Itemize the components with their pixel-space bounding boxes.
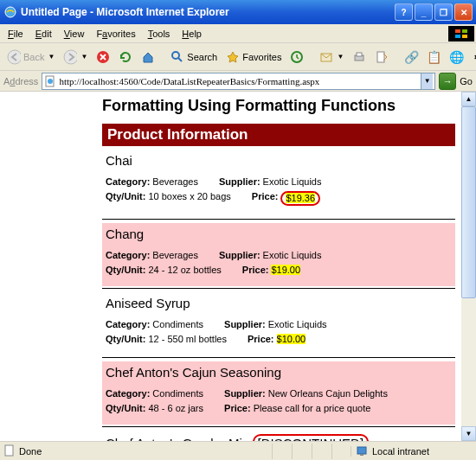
svg-point-6 [64,50,77,64]
product-name: Chef Anton's Gumbo Mix [DISCONTINUED] [106,434,452,441]
minimize-button[interactable]: _ [415,3,433,21]
address-bar: Address ▼ → Go [0,71,476,92]
price-value: $19.36 [280,191,320,206]
tool-2[interactable]: 📋 [423,48,444,66]
window-title: Untitled Page - Microsoft Internet Explo… [21,6,229,18]
stop-icon [96,50,110,64]
window-titlebar: Untitled Page - Microsoft Internet Explo… [0,0,476,24]
product-name: Chai [106,153,452,168]
svg-rect-13 [357,53,362,56]
svg-point-0 [5,7,16,17]
scroll-down-button[interactable]: ▼ [461,426,476,441]
content-viewport: Formatting Using Formatting FunctionsPro… [0,92,476,441]
history-button[interactable] [286,48,307,66]
category-value: Beverages [152,176,198,187]
menu-bar: File Edit View Favorites Tools Help [0,24,476,43]
menu-view[interactable]: View [58,27,91,41]
ie-icon [3,5,17,19]
discontinued-badge: [DISCONTINUED] [253,434,370,441]
supplier-value: Exotic Liquids [263,250,322,260]
qty-value: 10 boxes x 20 bags [148,191,230,206]
close-button[interactable]: ✕ [454,3,473,21]
go-label: Go [460,76,473,86]
restore-button[interactable]: ❐ [434,3,453,21]
help-button[interactable]: ? [395,3,413,21]
qty-value: 12 - 550 ml bottles [148,334,227,344]
status-text: Done [19,446,42,457]
intranet-icon [357,446,369,457]
category-value: Condiments [152,319,203,329]
forward-button[interactable]: ▼ [60,48,91,66]
status-bar: Done Local intranet [0,441,476,460]
menu-edit[interactable]: Edit [29,27,58,41]
print-icon [352,50,366,64]
product-item: ChangCategory:BeveragesSupplier:Exotic L… [102,223,455,286]
refresh-button[interactable] [115,48,136,66]
category-value: Beverages [152,250,198,260]
product-item: Chef Anton's Gumbo Mix [DISCONTINUED]Cat… [102,431,455,441]
svg-line-9 [178,58,182,61]
price-value: $10.00 [277,334,306,344]
svg-point-5 [8,50,21,64]
back-icon [7,50,21,64]
search-button[interactable]: Search [167,48,221,66]
tool-4[interactable]: ⚙ [468,48,476,66]
menu-tools[interactable]: Tools [142,27,177,41]
page-title: Formatting Using Formatting Functions [102,97,455,115]
print-button[interactable] [349,48,370,66]
stop-button[interactable] [93,48,113,66]
edit-icon [375,50,389,64]
scroll-thumb[interactable] [461,106,476,298]
product-name: Chef Anton's Cajun Seasoning [106,365,452,380]
search-icon [170,50,184,64]
menu-file[interactable]: File [2,27,29,41]
chevron-down-icon: ▼ [48,53,55,61]
url-input[interactable] [59,76,421,86]
svg-rect-14 [377,52,384,62]
ms-logo [448,26,474,42]
svg-rect-19 [360,454,363,456]
vertical-scrollbar[interactable]: ▲ ▼ [461,92,476,441]
svg-rect-2 [462,29,467,33]
favorites-button[interactable]: Favorites [222,48,285,66]
chevron-down-icon: ▼ [80,53,87,61]
svg-rect-3 [455,35,460,38]
scroll-up-button[interactable]: ▲ [461,92,476,106]
price-value: Please call for a price quote [254,403,371,413]
edit-button[interactable] [371,48,392,66]
section-header: Product Information [102,124,455,146]
security-zone: Local intranet [351,446,473,457]
toolbar: Back ▼ ▼ Search Favorites ▼ 🔗 📋 🌐 ⚙ [0,43,476,71]
mail-icon [319,50,333,64]
product-name: Aniseed Syrup [106,296,452,310]
qty-value: 48 - 6 oz jars [148,403,203,413]
address-label: Address [3,76,38,86]
mail-button[interactable]: ▼ [316,48,347,66]
svg-rect-17 [5,445,13,456]
menu-help[interactable]: Help [176,27,208,41]
url-dropdown[interactable]: ▼ [421,73,433,89]
url-box[interactable]: ▼ [42,73,435,90]
page-icon [3,444,16,458]
star-icon [226,50,240,64]
svg-rect-4 [462,35,467,38]
back-button[interactable]: Back ▼ [3,48,58,66]
supplier-value: Exotic Liquids [268,319,327,329]
go-button[interactable]: → [439,73,456,90]
svg-point-8 [172,52,179,59]
home-button[interactable] [138,48,158,66]
menu-favorites[interactable]: Favorites [90,27,141,41]
qty-value: 24 - 12 oz bottles [148,265,221,275]
tool-3[interactable]: 🌐 [446,48,466,66]
history-icon [290,50,304,64]
home-icon [141,50,155,64]
price-value: $19.00 [271,265,300,275]
svg-rect-18 [357,447,366,454]
svg-point-16 [48,79,53,84]
product-name: Chang [106,227,452,241]
category-value: Condiments [152,388,203,399]
page-icon [44,75,56,87]
product-item: ChaiCategory:BeveragesSupplier:Exotic Li… [102,150,455,217]
product-item: Chef Anton's Cajun SeasoningCategory:Con… [102,361,455,425]
tool-1[interactable]: 🔗 [401,48,421,66]
